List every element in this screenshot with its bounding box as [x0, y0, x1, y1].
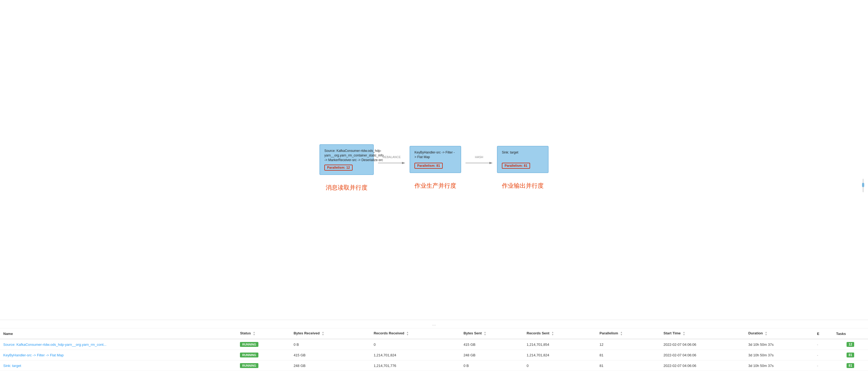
cell-e-0: -: [814, 339, 833, 350]
scroll-thumb: [862, 183, 864, 187]
cell-bytes-received-2: 248 GB: [290, 361, 371, 371]
operators-table: Name Status ▲▼ Bytes Received ▲▼ Records…: [0, 329, 868, 371]
cell-start-time-1: 2022-02-07 04:06:06: [660, 350, 745, 361]
sink-node-group: Sink: target Parallelism: 81 作业输出并行度: [497, 146, 549, 190]
table-row: Sink: target RUNNING 248 GB 1,214,701,77…: [0, 361, 868, 371]
diagram-area: Source: KafkaConsumer-rtdw.ods_hdp-yarn_…: [0, 0, 868, 320]
tasks-badge-2: 81: [846, 363, 854, 368]
sort-arrows-bytes-sent: ▲▼: [484, 331, 486, 336]
sort-arrows-records-received: ▲▼: [406, 331, 409, 336]
col-header-bytes-sent[interactable]: Bytes Sent ▲▼: [460, 329, 524, 339]
status-badge-2: RUNNING: [240, 363, 258, 368]
hash-arrow-group: HASH: [465, 156, 493, 166]
table-row: KeyByHandler-src -> Filter -> Flat Map R…: [0, 350, 868, 361]
tasks-badge-1: 81: [846, 352, 854, 358]
cell-tasks-2: 81: [833, 361, 868, 371]
sort-arrows-start-time: ▲▼: [683, 331, 685, 336]
status-badge-1: RUNNING: [240, 352, 258, 358]
table-separator: ...: [0, 320, 868, 329]
cell-parallelism-2: 81: [596, 361, 660, 371]
transform-parallelism-badge: Parallelism: 81: [414, 163, 443, 169]
col-header-records-received[interactable]: Records Received ▲▼: [371, 329, 460, 339]
rebalance-label: REBALANCE: [383, 156, 401, 159]
source-node-text: Source: KafkaConsumer-rtdw.ods_hdp-yarn_…: [324, 148, 383, 162]
cell-start-time-0: 2022-02-07 04:06:06: [660, 339, 745, 350]
cell-status-2: RUNNING: [237, 361, 290, 371]
sort-arrows-bytes-received: ▲▼: [322, 331, 324, 336]
col-header-name[interactable]: Name: [0, 329, 237, 339]
cell-status-1: RUNNING: [237, 350, 290, 361]
transform-node-group: KeyByHandler-src -> Filter -> Flat Map P…: [410, 146, 461, 190]
sink-parallelism-badge: Parallelism: 81: [502, 163, 530, 169]
sort-arrows-parallelism: ▲▼: [620, 331, 623, 336]
cell-records-received-2: 1,214,701,776: [371, 361, 460, 371]
cell-records-received-1: 1,214,701,824: [371, 350, 460, 361]
sink-annotation: 作业输出并行度: [502, 182, 544, 190]
hash-label: HASH: [475, 156, 484, 159]
page-wrapper: Source: KafkaConsumer-rtdw.ods_hdp-yarn_…: [0, 0, 868, 371]
source-annotation: 消息读取并行度: [326, 183, 368, 192]
cell-e-2: -: [814, 361, 833, 371]
sort-arrows-records-sent: ▲▼: [552, 331, 554, 336]
source-node-box[interactable]: Source: KafkaConsumer-rtdw.ods_hdp-yarn_…: [319, 144, 374, 175]
cell-name-2[interactable]: Sink: target: [0, 361, 237, 371]
cell-bytes-sent-2: 0 B: [460, 361, 524, 371]
cell-tasks-1: 81: [833, 350, 868, 361]
svg-marker-1: [402, 162, 405, 164]
col-header-start-time[interactable]: Start Time ▲▼: [660, 329, 745, 339]
cell-duration-1: 3d 10h 50m 37s: [745, 350, 814, 361]
cell-e-1: -: [814, 350, 833, 361]
cell-bytes-sent-1: 248 GB: [460, 350, 524, 361]
sort-arrows-duration: ▲▼: [765, 331, 767, 336]
cell-name-1[interactable]: KeyByHandler-src -> Filter -> Flat Map: [0, 350, 237, 361]
col-header-records-sent[interactable]: Records Sent ▲▼: [523, 329, 596, 339]
hash-arrow-svg: [465, 160, 493, 166]
source-node-group: Source: KafkaConsumer-rtdw.ods_hdp-yarn_…: [319, 144, 374, 192]
col-header-bytes-received[interactable]: Bytes Received ▲▼: [290, 329, 371, 339]
cell-records-sent-1: 1,214,701,824: [523, 350, 596, 361]
cell-parallelism-1: 81: [596, 350, 660, 361]
table-area: ... Name Status ▲▼ Bytes Received ▲▼: [0, 320, 868, 371]
transform-node-text: KeyByHandler-src -> Filter -> Flat Map: [414, 150, 456, 160]
col-header-e[interactable]: E: [814, 329, 833, 339]
table-header-row: Name Status ▲▼ Bytes Received ▲▼ Records…: [0, 329, 868, 339]
cell-name-0[interactable]: Source: KafkaConsumer-rtdw.ods_hdp-yarn_…: [0, 339, 237, 350]
transform-annotation: 作业生产并行度: [414, 182, 456, 190]
sink-node-text: Sink: target: [502, 150, 519, 155]
table-row: Source: KafkaConsumer-rtdw.ods_hdp-yarn_…: [0, 339, 868, 350]
cell-duration-0: 3d 10h 50m 37s: [745, 339, 814, 350]
sort-arrows-status: ▲▼: [253, 331, 255, 336]
svg-marker-3: [489, 162, 493, 164]
cell-tasks-0: 12: [833, 339, 868, 350]
sink-node-box[interactable]: Sink: target Parallelism: 81: [497, 146, 549, 173]
cell-duration-2: 3d 10h 50m 37s: [745, 361, 814, 371]
cell-records-sent-0: 1,214,701,854: [523, 339, 596, 350]
cell-records-received-0: 0: [371, 339, 460, 350]
cell-records-sent-2: 0: [523, 361, 596, 371]
cell-status-0: RUNNING: [237, 339, 290, 350]
scroll-indicator[interactable]: [862, 177, 865, 194]
scroll-track: [863, 179, 864, 192]
cell-bytes-sent-0: 415 GB: [460, 339, 524, 350]
cell-bytes-received-1: 415 GB: [290, 350, 371, 361]
diagram-canvas: Source: KafkaConsumer-rtdw.ods_hdp-yarn_…: [16, 144, 852, 192]
col-header-duration[interactable]: Duration ▲▼: [745, 329, 814, 339]
status-badge-0: RUNNING: [240, 342, 258, 347]
transform-node-box[interactable]: KeyByHandler-src -> Filter -> Flat Map P…: [410, 146, 461, 173]
tasks-badge-0: 12: [846, 342, 854, 347]
cell-parallelism-0: 12: [596, 339, 660, 350]
cell-start-time-2: 2022-02-07 04:06:06: [660, 361, 745, 371]
col-header-tasks[interactable]: Tasks: [833, 329, 868, 339]
col-header-parallelism[interactable]: Parallelism ▲▼: [596, 329, 660, 339]
source-parallelism-badge: Parallelism: 12: [324, 165, 352, 171]
cell-bytes-received-0: 0 B: [290, 339, 371, 350]
col-header-status[interactable]: Status ▲▼: [237, 329, 290, 339]
